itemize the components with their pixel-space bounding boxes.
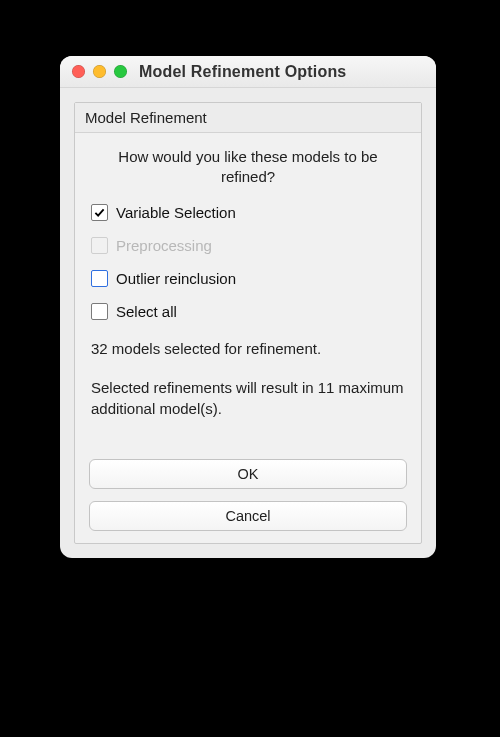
panel-body: How would you like these models to be re… <box>75 133 421 543</box>
option-preprocessing: Preprocessing <box>91 237 405 254</box>
titlebar: Model Refinement Options <box>60 56 436 88</box>
window-controls <box>72 65 127 78</box>
question-text: How would you like these models to be re… <box>97 147 399 188</box>
window-title: Model Refinement Options <box>139 63 346 81</box>
checkbox-variable-selection[interactable] <box>91 204 108 221</box>
option-label: Select all <box>116 303 177 320</box>
selected-count-text: 32 models selected for refinement. <box>91 338 405 359</box>
zoom-icon[interactable] <box>114 65 127 78</box>
result-preview-text: Selected refinements will result in 11 m… <box>91 377 405 419</box>
cancel-button[interactable]: Cancel <box>89 501 407 531</box>
dialog-window: Model Refinement Options Model Refinemen… <box>60 56 436 558</box>
panel-header: Model Refinement <box>75 103 421 133</box>
checkbox-select-all[interactable] <box>91 303 108 320</box>
close-icon[interactable] <box>72 65 85 78</box>
option-select-all[interactable]: Select all <box>91 303 405 320</box>
checkbox-preprocessing <box>91 237 108 254</box>
ok-button[interactable]: OK <box>89 459 407 489</box>
option-label: Preprocessing <box>116 237 212 254</box>
option-variable-selection[interactable]: Variable Selection <box>91 204 405 221</box>
minimize-icon[interactable] <box>93 65 106 78</box>
option-outlier-reinclusion[interactable]: Outlier reinclusion <box>91 270 405 287</box>
option-label: Variable Selection <box>116 204 236 221</box>
refinement-panel: Model Refinement How would you like thes… <box>74 102 422 544</box>
option-label: Outlier reinclusion <box>116 270 236 287</box>
checkmark-icon <box>94 207 105 218</box>
checkbox-outlier-reinclusion[interactable] <box>91 270 108 287</box>
